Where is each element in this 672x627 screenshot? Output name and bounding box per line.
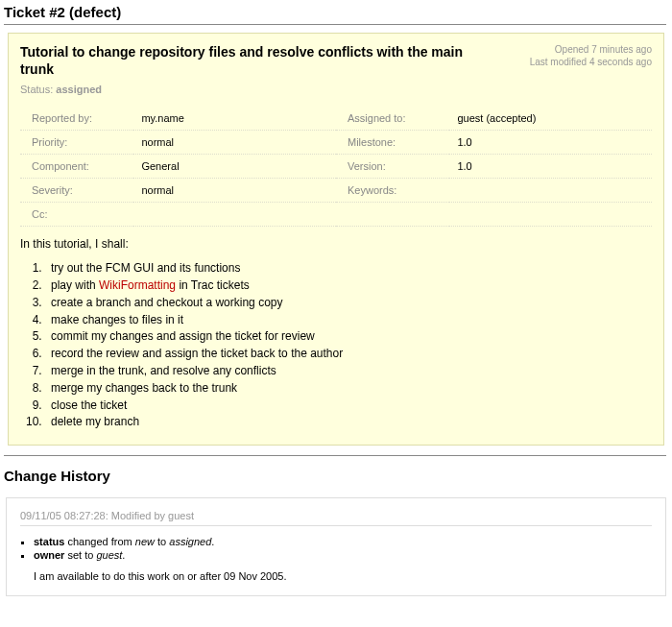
priority-label: Priority: [20, 131, 133, 155]
ticket-top: Opened 7 minutes ago Last modified 4 sec… [20, 43, 652, 95]
description-list: try out the FCM GUI and its functions pl… [45, 260, 652, 430]
text: changed from [64, 536, 134, 547]
ticket-header: Ticket #2 (defect) [4, 4, 666, 25]
cc-value [133, 203, 336, 227]
ticket-box: Opened 7 minutes ago Last modified 4 sec… [8, 33, 664, 446]
severity-value: normal [133, 179, 336, 203]
ticket-status: Status: assigned [20, 84, 652, 95]
change-item-status: status changed from new to assigned. [34, 536, 652, 547]
list-item: merge in the trunk, and resolve any conf… [45, 363, 652, 379]
divider [4, 455, 666, 456]
ticket-dates: Opened 7 minutes ago Last modified 4 sec… [530, 43, 652, 68]
list-item: merge my changes back to the trunk [45, 380, 652, 397]
change-entry: 09/11/05 08:27:28: Modified by guest sta… [6, 497, 666, 596]
assigned-to-value: guest (accepted) [449, 107, 652, 131]
severity-label: Severity: [20, 179, 133, 203]
ticket-description: In this tutorial, I shall: try out the F… [20, 236, 652, 430]
wiki-formatting-link[interactable]: WikiFormatting [99, 278, 176, 292]
text: set to [64, 549, 96, 561]
list-item: create a branch and checkout a working c… [45, 295, 652, 311]
modified-date: Last modified 4 seconds ago [530, 56, 652, 68]
milestone-label: Milestone: [336, 131, 449, 155]
change-item-owner: owner set to guest. [34, 549, 652, 561]
status-label: Status: [20, 84, 53, 95]
change-comment: I am available to do this work on or aft… [34, 570, 652, 582]
change-meta: 09/11/05 08:27:28: Modified by guest [20, 510, 652, 526]
list-item: record the review and assign the ticket … [45, 346, 652, 362]
component-value: General [133, 155, 336, 179]
opened-date: Opened 7 minutes ago [530, 43, 652, 56]
field-name: owner [34, 549, 64, 561]
priority-value: normal [133, 131, 336, 155]
cc-label: Cc: [20, 203, 133, 227]
list-item: delete my branch [45, 414, 652, 430]
old-value: new [135, 536, 155, 547]
ticket-summary: Tutorial to change repository files and … [20, 43, 498, 78]
text: play with [51, 278, 99, 292]
text: . [211, 536, 214, 547]
description-intro: In this tutorial, I shall: [20, 236, 652, 253]
list-item: make changes to files in it [45, 312, 652, 328]
text: in Trac tickets [176, 278, 250, 292]
assigned-to-label: Assigned to: [336, 107, 449, 131]
version-label: Version: [336, 155, 449, 179]
keywords-value [449, 179, 652, 203]
field-name: status [34, 536, 64, 547]
list-item: close the ticket [45, 398, 652, 414]
new-value: guest [96, 549, 122, 561]
text: . [122, 549, 125, 561]
text: to [155, 536, 169, 547]
new-value: assigned [169, 536, 211, 547]
list-item: commit my changes and assign the ticket … [45, 328, 652, 345]
change-history-header: Change History [4, 468, 666, 484]
component-label: Component: [20, 155, 133, 179]
version-value: 1.0 [449, 155, 652, 179]
list-item: play with WikiFormatting in Trac tickets [45, 277, 652, 294]
status-value: assigned [56, 84, 102, 95]
reported-by-value: my.name [133, 107, 336, 131]
keywords-label: Keywords: [336, 179, 449, 203]
list-item: try out the FCM GUI and its functions [45, 260, 652, 277]
milestone-value: 1.0 [449, 131, 652, 155]
change-list: status changed from new to assigned. own… [34, 536, 652, 561]
properties-table: Reported by: my.name Assigned to: guest … [20, 107, 652, 227]
reported-by-label: Reported by: [20, 107, 133, 131]
